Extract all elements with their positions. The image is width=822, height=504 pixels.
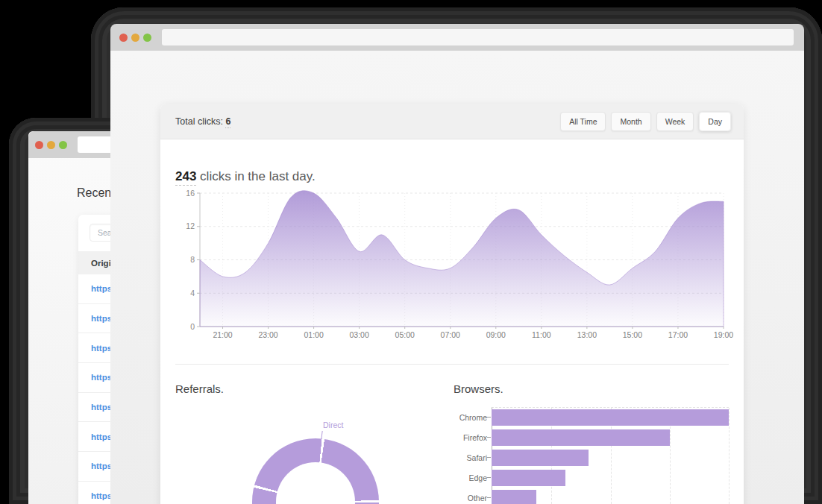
analytics-window: Total clicks: 6 All TimeMonthWeekDay 243… — [110, 24, 804, 504]
donut-callout-line — [321, 431, 322, 439]
zoom-window-icon[interactable] — [59, 141, 67, 149]
bar-category-label: Edge — [454, 473, 487, 482]
svg-text:16: 16 — [186, 189, 195, 198]
analytics-card-header: Total clicks: 6 All TimeMonthWeekDay — [160, 104, 744, 139]
referrals-section: Referrals. Direct — [175, 379, 454, 504]
svg-text:03:00: 03:00 — [350, 330, 369, 339]
filter-button-day[interactable]: Day — [699, 112, 731, 131]
bar-category-label: Firefox — [454, 433, 487, 442]
bar-chrome — [492, 409, 729, 426]
bar-row-firefox: Firefox — [454, 427, 729, 447]
svg-text:13:00: 13:00 — [577, 330, 597, 339]
minimize-window-icon[interactable] — [131, 34, 139, 42]
close-window-icon[interactable] — [35, 141, 43, 149]
referrals-donut-chart — [252, 438, 379, 504]
svg-text:21:00: 21:00 — [213, 330, 232, 339]
svg-text:8: 8 — [190, 255, 195, 264]
svg-text:01:00: 01:00 — [304, 330, 323, 339]
clicks-count: 243 — [175, 169, 196, 186]
axis-tick — [487, 417, 491, 418]
bar-chart-rows: ChromeFirefoxSafariEdgeOther — [454, 407, 729, 504]
referrals-title: Referrals. — [175, 379, 454, 395]
section-divider — [175, 364, 729, 365]
analytics-window-titlebar — [110, 24, 804, 51]
svg-text:11:00: 11:00 — [532, 330, 551, 339]
svg-text:12: 12 — [186, 221, 195, 230]
axis-tick — [487, 437, 491, 438]
total-clicks-value: 6 — [225, 116, 230, 128]
filter-button-all-time[interactable]: All Time — [560, 112, 606, 131]
svg-text:23:00: 23:00 — [258, 330, 277, 339]
axis-tick — [487, 497, 491, 498]
clicks-area-chart: 048121621:0023:0001:0003:0005:0007:0009:… — [168, 189, 735, 341]
minimize-window-icon[interactable] — [47, 141, 55, 149]
bar-row-chrome: Chrome — [454, 407, 729, 427]
bar-row-edge: Edge — [454, 467, 729, 488]
bar-row-safari: Safari — [454, 447, 729, 467]
bar-category-label: Safari — [454, 453, 487, 462]
svg-text:05:00: 05:00 — [395, 330, 415, 339]
bar-chart-gridline — [729, 408, 730, 504]
analytics-card: Total clicks: 6 All TimeMonthWeekDay 243… — [160, 104, 744, 504]
filter-button-week[interactable]: Week — [656, 112, 694, 131]
bar-edge — [492, 470, 565, 486]
browsers-section: Browsers. ChromeFirefoxSafariEdgeOther — [454, 379, 729, 504]
window-controls — [35, 141, 67, 149]
window-controls — [119, 34, 151, 42]
svg-text:4: 4 — [190, 289, 195, 297]
axis-tick — [487, 457, 491, 458]
analytics-page-body: Total clicks: 6 All TimeMonthWeekDay 243… — [110, 51, 804, 504]
address-bar[interactable] — [162, 29, 794, 45]
clicks-headline-text: clicks in the last day. — [196, 169, 315, 183]
zoom-window-icon[interactable] — [143, 34, 151, 42]
bar-category-label: Chrome — [454, 413, 487, 422]
total-clicks-label: Total clicks: 6 — [175, 116, 230, 127]
recent-links-heading: Recen — [77, 186, 111, 200]
bar-other — [492, 490, 536, 504]
svg-text:15:00: 15:00 — [623, 330, 642, 339]
svg-text:09:00: 09:00 — [486, 330, 506, 339]
svg-text:0: 0 — [190, 322, 195, 331]
donut-label-direct: Direct — [323, 420, 343, 429]
bottom-sections: Referrals. Direct Browsers. ChromeFirefo… — [160, 379, 744, 504]
svg-text:07:00: 07:00 — [441, 330, 460, 339]
svg-text:19:00: 19:00 — [714, 330, 733, 339]
bar-category-label: Other — [454, 494, 487, 503]
close-window-icon[interactable] — [119, 34, 128, 42]
browsers-bar-chart: ChromeFirefoxSafariEdgeOther — [454, 407, 729, 504]
bar-firefox — [492, 429, 670, 446]
clicks-headline: 243 clicks in the last day. — [175, 169, 744, 184]
axis-tick — [487, 477, 491, 478]
time-range-filter-group: All TimeMonthWeekDay — [560, 112, 731, 131]
bar-row-other: Other — [454, 488, 729, 504]
svg-text:17:00: 17:00 — [668, 330, 688, 339]
filter-button-month[interactable]: Month — [611, 112, 650, 131]
total-clicks-text: Total clicks: — [175, 116, 223, 127]
browsers-title: Browsers. — [454, 379, 729, 395]
bar-safari — [492, 450, 589, 466]
page-canvas: { "colors":{ "accent_purple":"#b59cdb", … — [0, 0, 822, 504]
